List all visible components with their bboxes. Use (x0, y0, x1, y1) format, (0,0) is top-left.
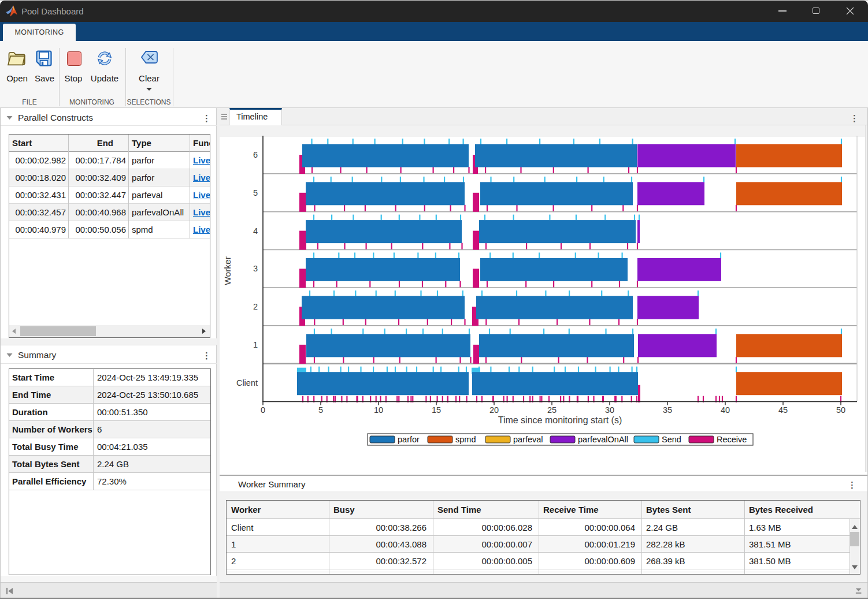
svg-text:20: 20 (489, 405, 499, 415)
svg-text:0: 0 (261, 405, 265, 415)
svg-text:45: 45 (778, 405, 788, 415)
svg-text:10: 10 (374, 405, 383, 415)
svg-text:35: 35 (663, 405, 672, 415)
svg-text:5: 5 (318, 405, 323, 415)
svg-text:5: 5 (253, 188, 258, 197)
svg-text:2: 2 (253, 302, 258, 311)
svg-text:Worker: Worker (222, 256, 232, 285)
svg-text:Send: Send (662, 435, 681, 444)
svg-text:15: 15 (432, 405, 441, 415)
svg-text:parfeval: parfeval (513, 435, 543, 444)
svg-text:30: 30 (605, 405, 614, 415)
svg-text:1: 1 (253, 340, 258, 349)
svg-text:spmd: spmd (455, 435, 476, 444)
svg-text:Client: Client (236, 378, 258, 387)
svg-text:4: 4 (253, 226, 258, 236)
svg-text:parfevalOnAll: parfevalOnAll (578, 435, 628, 444)
svg-text:Receive: Receive (717, 435, 747, 444)
svg-text:40: 40 (721, 405, 730, 415)
svg-text:3: 3 (253, 264, 258, 273)
svg-text:Time since monitoring start (s: Time since monitoring start (s) (498, 415, 622, 425)
svg-text:25: 25 (547, 405, 557, 415)
svg-text:6: 6 (253, 150, 258, 159)
svg-text:50: 50 (836, 405, 845, 415)
svg-text:parfor: parfor (398, 435, 420, 444)
